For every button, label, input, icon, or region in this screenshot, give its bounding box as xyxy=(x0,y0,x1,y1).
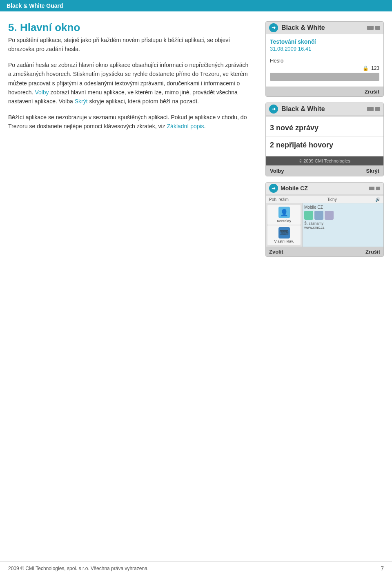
mockup2-bottom-bar: Volby Skrýt xyxy=(266,165,383,176)
mockup1-input-bar[interactable] xyxy=(270,73,379,81)
mockup3-right-title-text: Mobile CZ xyxy=(304,205,382,209)
mockup2-signal-icon xyxy=(367,107,374,111)
main-content: 5. Hlavní okno Po spuštění aplikace, ste… xyxy=(0,11,392,265)
mockup3-bottom-bar: Zvolit Zrušit xyxy=(266,247,383,256)
mockup3-panels: 👤 Kontakty ⌨ Vlastní kláv. Mobile CZ xyxy=(266,203,383,247)
mockup3-mode-label: Poh. režim xyxy=(269,197,289,202)
mockup3-keyboard-label: Vlastní kláv. xyxy=(274,239,294,243)
right-column: ➜ Black & White Testování skončí 31.08.2… xyxy=(265,21,384,257)
mockup3-right-panel: Mobile CZ Š. záznamy www.cmit.cz xyxy=(303,203,383,247)
mockup2-battery-icon xyxy=(375,107,380,111)
mockup3-back-icon: ➜ xyxy=(269,184,278,193)
mockup2-title: Black & White xyxy=(281,105,364,113)
mockup2-copyright: © 2009 CMI Technologies xyxy=(266,156,383,165)
mockup3-icon-3 xyxy=(325,211,334,220)
mockup3-title: Mobile CZ xyxy=(281,185,366,192)
footer-company: 2009 © CMI Technologies, spol. s r.o. Vš… xyxy=(8,566,149,571)
mockup3-zrusit-btn[interactable]: Zrušit xyxy=(365,249,380,255)
mockup3-volume-icon: 🔊 xyxy=(375,197,380,202)
mockup1-cancel-btn[interactable]: Zrušit xyxy=(365,89,379,95)
link-skryt[interactable]: Skrýt xyxy=(75,98,88,105)
mockup-main-screen: ➜ Black & White 3 nové zprávy 2 nepřijat… xyxy=(265,103,384,176)
left-column: 5. Hlavní okno Po spuštění aplikace, ste… xyxy=(8,21,257,257)
mockup3-right-text2: www.cmit.cz xyxy=(304,225,382,230)
mockup2-back-icon: ➜ xyxy=(269,105,278,114)
lock-icon: 🔒 xyxy=(363,65,369,71)
chapter-heading: 5. Hlavní okno xyxy=(8,21,253,34)
mockup3-signal-icon xyxy=(369,187,374,190)
back-icon: ➜ xyxy=(269,23,278,32)
mockup1-password-dots: 123 xyxy=(371,65,379,71)
mockup2-skryt-btn[interactable]: Skrýt xyxy=(366,168,379,174)
mockup3-app-list: 👤 Kontakty ⌨ Vlastní kláv. xyxy=(266,203,303,247)
paragraph-2: Po zadání hesla se zobrazí hlavní okno a… xyxy=(8,60,253,106)
mockup2-title-bar: ➜ Black & White xyxy=(266,103,383,116)
link-volby[interactable]: Volby xyxy=(35,89,49,96)
mockup3-battery-icon xyxy=(376,187,380,190)
mockup3-mode-value: Tichý xyxy=(327,197,337,202)
mockup2-messages: 3 nové zprávy xyxy=(266,117,383,137)
mockup-app-switcher: ➜ Mobile CZ Poh. režim Tichý 🔊 xyxy=(265,182,384,257)
mockup3-kontakty-icon: 👤 xyxy=(278,207,290,218)
mockup1-password-label: Heslo xyxy=(270,58,379,64)
mockup1-password-row: 🔒 123 xyxy=(270,65,379,71)
mockup3-icon-1 xyxy=(304,211,313,220)
paragraph-1: Po spuštění aplikace, stejně jako při ka… xyxy=(8,36,253,54)
mockup3-icon-2 xyxy=(314,211,323,220)
mockup3-kontakty-label: Kontakty xyxy=(277,219,291,223)
mockup3-title-bar: ➜ Mobile CZ xyxy=(266,183,383,194)
mockup3-icon-row xyxy=(304,211,382,220)
mockup1-trial-label: Testování skončí xyxy=(270,38,379,45)
mockup2-calls: 2 nepřijaté hovory xyxy=(266,137,383,156)
mockup1-title: Black & White xyxy=(281,24,364,31)
page-footer: 2009 © CMI Technologies, spol. s r.o. Vš… xyxy=(0,562,392,575)
mockup1-title-bar: ➜ Black & White xyxy=(266,22,383,34)
mockup1-body: Testování skončí 31.08.2009 16.41 Heslo … xyxy=(266,34,383,87)
mockup3-keyboard-icon: ⌨ xyxy=(278,227,290,238)
mockup3-mode-row: Poh. režim Tichý 🔊 xyxy=(266,196,383,203)
footer-page-number: 7 xyxy=(381,565,384,572)
mockup2-body: 3 nové zprávy 2 nepřijaté hovory © 2009 … xyxy=(266,116,383,165)
mockup3-zvolit-btn[interactable]: Zvolit xyxy=(269,249,283,255)
mockup-password-screen: ➜ Black & White Testování skončí 31.08.2… xyxy=(265,21,384,97)
header-bar: Black & White Guard xyxy=(0,0,392,11)
mockup3-app-item-0[interactable]: 👤 Kontakty xyxy=(267,205,301,225)
battery-icon xyxy=(375,26,380,30)
link-zakladni[interactable]: Základní popis xyxy=(167,123,204,129)
mockup3-right-text1: Š. záznamy xyxy=(304,221,382,225)
signal-icon xyxy=(367,26,374,30)
mockup3-app-item-1[interactable]: ⌨ Vlastní kláv. xyxy=(267,225,301,245)
mockup1-bottom-bar: Zrušit xyxy=(266,87,383,96)
mockup1-trial-date: 31.08.2009 16.41 xyxy=(270,46,379,52)
header-title: Black & White Guard xyxy=(7,2,63,9)
mockup2-volby-btn[interactable]: Volby xyxy=(270,168,284,174)
paragraph-3: Běžící aplikace se nezobrazuje v seznamu… xyxy=(8,113,253,131)
